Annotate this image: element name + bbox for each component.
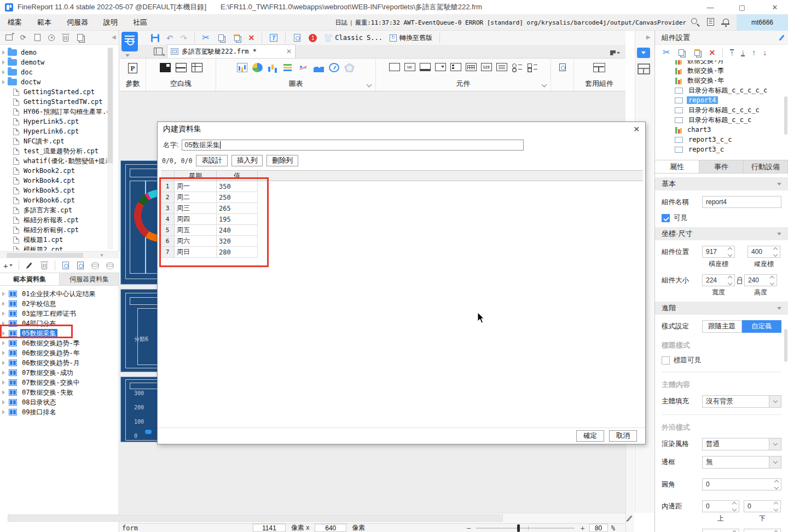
folder-item[interactable]: doc xyxy=(0,67,107,77)
area-chart-button[interactable] xyxy=(314,63,324,72)
expand-icon[interactable] xyxy=(2,331,5,336)
edit-icon[interactable] xyxy=(779,34,784,41)
expand-icon[interactable] xyxy=(2,371,5,375)
component-tree-item[interactable]: 目录分布标题_c_c_c_c xyxy=(675,105,788,115)
panel-widget-button[interactable] xyxy=(450,63,461,71)
expand-icon[interactable] xyxy=(2,70,5,74)
component-tree-item[interactable]: report4 xyxy=(675,95,788,105)
scatter-chart-button[interactable] xyxy=(298,63,309,72)
expand-icon[interactable] xyxy=(2,380,5,385)
document-tab[interactable]: 多語言駕駛艙222.frm * ✕ xyxy=(167,44,296,58)
menu-item[interactable]: 檔案 xyxy=(0,14,30,31)
copy-component-button[interactable] xyxy=(677,48,686,57)
folder-item[interactable]: demo xyxy=(0,48,107,57)
component-tree-item[interactable]: report3_c_c xyxy=(675,135,788,144)
menu-item[interactable]: 伺服器 xyxy=(59,14,96,31)
chevron-down-icon[interactable] xyxy=(125,54,130,57)
radar-chart-button[interactable] xyxy=(344,63,355,72)
expand-icon[interactable] xyxy=(2,361,5,365)
parameter-pane-button[interactable]: P xyxy=(128,63,137,73)
height-spinner[interactable]: 240 xyxy=(744,274,777,286)
expand-icon[interactable] xyxy=(2,50,5,55)
expand-icon[interactable] xyxy=(2,400,5,404)
title-visible-checkbox[interactable] xyxy=(662,356,670,365)
preview-dataset-button[interactable] xyxy=(61,261,70,270)
value-cell[interactable]: 195 xyxy=(217,214,258,225)
redo-button[interactable]: ↷ xyxy=(181,34,188,42)
menu-item[interactable]: 說明 xyxy=(96,14,125,31)
folder-item[interactable]: demotw xyxy=(0,57,107,67)
dataset-item[interactable]: 07数据交换-成功 xyxy=(0,368,119,378)
scroll-down-icon[interactable]: ▼ xyxy=(100,253,104,258)
component-tree-item[interactable]: 数据交换-季 xyxy=(675,66,788,76)
collapse-panel-icon[interactable]: ◀ xyxy=(112,34,116,40)
zoom-out-button[interactable]: − xyxy=(466,524,471,532)
file-item[interactable]: WorkBook4.cpt xyxy=(0,176,107,186)
dataset-item[interactable]: 07数据交换-失败 xyxy=(0,388,119,397)
component-tree-item[interactable]: 目录分布标题_c_c_c xyxy=(675,115,788,125)
file-item[interactable]: whatif(優化-動態變值+提示). xyxy=(0,156,107,166)
hbar-chart-button[interactable] xyxy=(283,63,293,72)
cut-component-button[interactable]: ✂ xyxy=(663,48,670,57)
expand-icon[interactable] xyxy=(2,410,5,414)
table-row[interactable]: 3 周三 265 xyxy=(161,203,643,214)
user-account-badge[interactable]: mt6666 xyxy=(737,14,788,31)
component-tree-item[interactable]: 数据交换-年 xyxy=(675,76,788,85)
padding-left-spinner[interactable]: 0 xyxy=(702,529,739,532)
date-widget-button[interactable] xyxy=(466,63,477,71)
chart-more-icon[interactable] xyxy=(367,82,372,88)
dataset-item[interactable]: 03监理工程师证书 xyxy=(0,309,119,319)
file-item[interactable]: WorkBook2.cpt xyxy=(0,166,107,176)
cut-button[interactable]: ✂ xyxy=(202,33,209,42)
value-cell[interactable]: 265 xyxy=(217,203,258,214)
dialog-title-bar[interactable]: 内建資料集 xyxy=(158,122,645,136)
minimize-button[interactable]: — xyxy=(699,0,721,14)
expand-icon[interactable] xyxy=(2,292,5,296)
canvas-height-input[interactable]: 640 xyxy=(315,524,346,532)
log-status[interactable]: 日誌|嚴重:11:37:32 AWT-EventQueue-0 ERROR [s… xyxy=(335,19,686,27)
move-to-bottom-button[interactable]: ↓ xyxy=(741,49,745,56)
delete-row-button[interactable]: 刪除列 xyxy=(266,155,298,166)
table-row[interactable]: 5 周五 240 xyxy=(161,225,643,236)
value-cell[interactable]: 320 xyxy=(217,236,258,247)
file-tree-hscrollbar[interactable]: ▲ ▼ xyxy=(0,251,119,258)
property-tab[interactable]: 行動設備 xyxy=(744,160,788,173)
border-dropdown[interactable]: 無 xyxy=(702,456,781,469)
property-tab[interactable]: 屬性 xyxy=(655,160,699,173)
form-design-surface[interactable]: 分類6 3002001000 xyxy=(120,160,158,442)
body-fill-dropdown[interactable]: 沒有背景 xyxy=(702,395,781,408)
expand-icon[interactable] xyxy=(2,390,5,395)
component-tree-item[interactable]: 数据交换-月 xyxy=(675,60,788,66)
radio-widget-button[interactable] xyxy=(512,63,523,71)
preview-button[interactable] xyxy=(293,33,302,42)
file-item[interactable]: HY06-預測訂單勾稽生產單.cpt xyxy=(0,107,107,117)
panel-scrollbar-thumb[interactable] xyxy=(784,329,787,362)
bar-chart-button[interactable] xyxy=(268,63,278,72)
padding-right-spinner[interactable]: 0 xyxy=(744,529,781,532)
zoom-in-button[interactable]: + xyxy=(580,524,584,532)
file-item[interactable]: HyperLink6.cpt xyxy=(0,126,107,136)
expand-icon[interactable] xyxy=(2,351,5,355)
expand-icon[interactable] xyxy=(2,311,5,316)
value-cell[interactable]: 280 xyxy=(217,247,258,258)
save-button[interactable] xyxy=(150,33,159,42)
edit-connection-button[interactable] xyxy=(76,261,85,270)
dataset-item[interactable]: 02学校信息 xyxy=(0,299,119,309)
zoom-value-input[interactable]: 80 xyxy=(589,524,608,532)
day-cell[interactable]: 周五 xyxy=(175,225,217,236)
day-cell[interactable]: 周一 xyxy=(175,181,217,192)
add-dataset-button[interactable]: + xyxy=(3,261,13,270)
dataset-item[interactable]: 06数据交换趋势-季 xyxy=(0,338,119,348)
hscrollbar-thumb[interactable] xyxy=(7,253,83,258)
file-item[interactable]: 多語言方案.cpt xyxy=(0,205,107,215)
zoom-slider-handle[interactable] xyxy=(517,524,520,532)
zoom-slider[interactable] xyxy=(476,528,575,529)
move-to-top-button[interactable]: ↑ xyxy=(730,49,734,56)
dataset-item[interactable]: 04部门分布 xyxy=(0,319,119,328)
expand-panel-icon[interactable]: ▶ xyxy=(646,34,651,40)
dataset-item[interactable]: 07数据交换-交换中 xyxy=(0,378,119,388)
tab-close-icon[interactable]: ✕ xyxy=(286,48,292,55)
dataset-item[interactable]: 06数据交换趋势-月 xyxy=(0,358,119,368)
scrollbar-thumb[interactable] xyxy=(108,48,113,163)
notification-button[interactable] xyxy=(720,16,732,28)
